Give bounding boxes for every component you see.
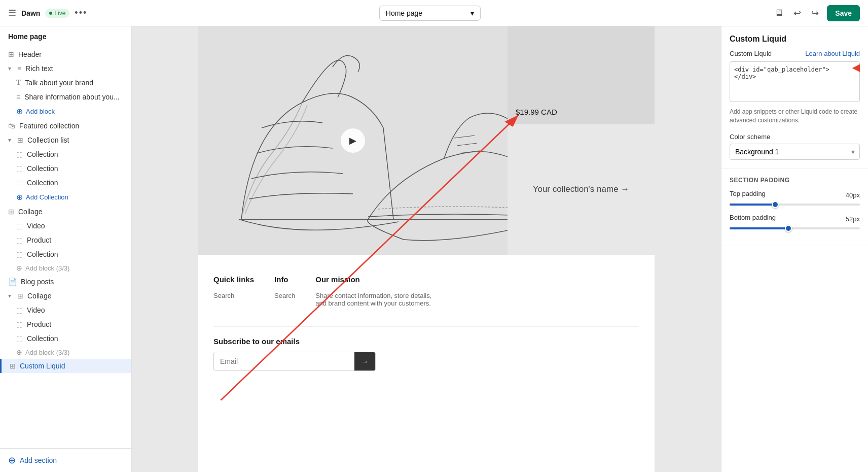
canvas-price-panel: $19.99 CAD — [508, 26, 655, 124]
footer-columns: Quick links Search Info Search Our missi… — [213, 275, 639, 326]
store-name: Dawn — [21, 9, 40, 17]
sidebar-item-share-info[interactable]: ≡ Share information about you... — [0, 90, 131, 104]
redo-button[interactable]: ↪ — [809, 6, 821, 21]
page-selector-label: Home page — [386, 9, 422, 17]
sidebar-item-blog-posts[interactable]: 📄 Blog posts — [0, 275, 131, 289]
sidebar-item-collection-1[interactable]: ⬚ Collection — [0, 147, 131, 161]
sidebar-item-featured-collection[interactable]: 🛍 Featured collection — [0, 119, 131, 133]
subscribe-section: Subscribe to our emails → — [213, 326, 639, 371]
sidebar-item-collage-2[interactable]: ▾ ⊞ Collage — [0, 289, 131, 303]
sidebar-item-collection-3[interactable]: ⬚ Collection — [0, 176, 131, 190]
add-block-33-2: ⊕ Add block (3/3) — [0, 346, 131, 359]
top-padding-label: Top padding — [730, 190, 766, 197]
add-section-button[interactable]: ⊕ Add section — [0, 448, 131, 472]
liquid-label: Custom Liquid — [730, 50, 772, 57]
sidebar-item-collection-c2[interactable]: ⬚ Collection — [0, 331, 131, 346]
price-text: $19.99 CAD — [516, 108, 557, 116]
plus-icon-gray: ⊕ — [16, 264, 22, 272]
sidebar-item-custom-liquid[interactable]: ⊞ Custom Liquid — [0, 359, 131, 373]
bottom-padding-value: 52px — [846, 215, 860, 223]
panel-hint: Add app snippets or other Liquid code to… — [730, 108, 860, 125]
top-padding-value: 40px — [846, 191, 860, 199]
add-collection[interactable]: ⊕ Add Collection — [0, 190, 131, 205]
sidebar-item-collection-list[interactable]: ▾ ⊞ Collection list — [0, 133, 131, 147]
bracket-icon: ⬚ — [16, 222, 23, 230]
lines-icon: ≡ — [16, 93, 20, 101]
desktop-icon[interactable]: 🖥 — [772, 6, 785, 20]
add-block-rich-text[interactable]: ⊕ Add block — [0, 104, 131, 119]
sidebar-item-video-1[interactable]: ⬚ Video — [0, 219, 131, 233]
plus-icon: ⊕ — [16, 107, 23, 116]
liquid-code-textarea[interactable]: <div id="qab_placeholder"> </div> — [730, 61, 860, 102]
sidebar-item-collection-c1[interactable]: ⬚ Collection — [0, 247, 131, 261]
quicklinks-title: Quick links — [213, 275, 254, 284]
sidebar-item-product-2[interactable]: ⬚ Product — [0, 317, 131, 331]
panel-padding-section: SECTION PADDING Top padding 40px Bottom … — [721, 168, 868, 246]
bottom-padding-row: Bottom padding 52px — [730, 214, 860, 229]
email-input[interactable] — [214, 352, 354, 370]
sidebar-item-collection-2[interactable]: ⬚ Collection — [0, 161, 131, 176]
subscribe-title: Subscribe to our emails — [213, 337, 639, 346]
panel-liquid-row: Custom Liquid Learn about Liquid — [730, 50, 860, 57]
info-search: Search — [274, 292, 295, 299]
sidebar-item-header[interactable]: ⊞ Header — [0, 47, 131, 61]
topbar-right: 🖥 ↩ ↪ Save — [772, 5, 860, 21]
sidebar-item-rich-text[interactable]: ▾ ≡ Rich text — [0, 61, 131, 76]
sidebar-item-talk-about[interactable]: T Talk about your brand — [0, 76, 131, 90]
top-padding-thumb[interactable] — [772, 201, 779, 208]
email-row: → — [213, 352, 376, 371]
right-panel: Custom Liquid Custom Liquid Learn about … — [721, 26, 868, 472]
sidebar-item-product-1[interactable]: ⬚ Product — [0, 233, 131, 247]
chevron-down-icon: ▾ — [471, 9, 474, 17]
topbar-left: ☰ Dawn Live ••• — [8, 8, 87, 19]
canvas-left: ▶ — [198, 26, 508, 255]
color-scheme-label: Color scheme — [730, 133, 860, 141]
color-scheme-field: Color scheme Background 1 — [730, 133, 860, 160]
section-padding-title: SECTION PADDING — [730, 177, 860, 184]
bracket-icon: ⬚ — [16, 150, 23, 158]
bag-icon: 🛍 — [8, 122, 15, 130]
more-button[interactable]: ••• — [75, 8, 87, 18]
top-padding-header: Top padding 40px — [730, 190, 860, 200]
bottom-padding-label: Bottom padding — [730, 214, 776, 221]
canvas-footer: Quick links Search Info Search Our missi… — [198, 255, 655, 381]
menu-icon[interactable]: ☰ — [8, 8, 16, 19]
bottom-padding-thumb[interactable] — [785, 225, 792, 232]
plus-circle-icon: ⊕ — [8, 455, 16, 466]
page-selector[interactable]: Home page ▾ — [379, 6, 481, 21]
sidebar: Home page ⊞ Header ▾ ≡ Rich text T Talk … — [0, 26, 132, 472]
canvas-image-section: ▶ $19.99 CAD Your collection's name → — [198, 26, 655, 255]
bracket-icon: ⬚ — [16, 334, 23, 343]
sidebar-item-video-2[interactable]: ⬚ Video — [0, 303, 131, 317]
sidebar-title: Home page — [0, 26, 131, 47]
expand-icon: ▾ — [8, 65, 11, 72]
live-dot-icon — [49, 12, 52, 15]
bracket-icon: ⬚ — [16, 306, 23, 314]
footer-quicklinks: Quick links Search — [213, 275, 254, 311]
main-layout: Home page ⊞ Header ▾ ≡ Rich text T Talk … — [0, 26, 868, 472]
expand-icon: ▾ — [8, 137, 11, 144]
top-padding-slider[interactable] — [730, 204, 860, 206]
sidebar-item-collage-1[interactable]: ⊞ Collage — [0, 205, 131, 219]
email-submit-button[interactable]: → — [354, 352, 375, 370]
bottom-padding-slider[interactable] — [730, 227, 860, 229]
grid-icon: ⊞ — [8, 208, 14, 216]
bottom-padding-fill — [730, 227, 788, 229]
text-icon: T — [16, 79, 21, 87]
info-title: Info — [274, 275, 295, 284]
save-button[interactable]: Save — [827, 5, 860, 21]
undo-button[interactable]: ↩ — [791, 6, 803, 21]
color-scheme-select-wrapper: Background 1 — [730, 144, 860, 160]
grid-icon: ⊞ — [17, 136, 23, 144]
bracket-icon: ⬚ — [16, 250, 23, 258]
shoe-illustration — [198, 26, 508, 255]
top-padding-fill — [730, 204, 775, 206]
lines-icon: ≡ — [17, 64, 21, 73]
mission-title: Our mission — [315, 275, 442, 284]
learn-liquid-link[interactable]: Learn about Liquid — [805, 50, 860, 57]
liquid-icon: ⊞ — [10, 362, 16, 370]
canvas-collection-panel: Your collection's name → — [508, 124, 655, 255]
topbar-center: Home page ▾ — [93, 6, 766, 21]
add-block-33-1: ⊕ Add block (3/3) — [0, 261, 131, 275]
color-scheme-select[interactable]: Background 1 — [730, 144, 860, 160]
